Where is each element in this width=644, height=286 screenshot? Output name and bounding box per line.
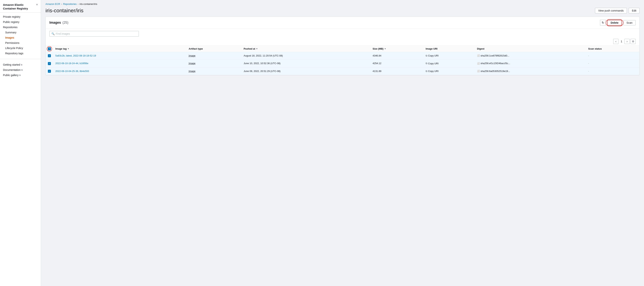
row-3-digest-cell: ⬜ sha256:6a053052519e19... (477, 70, 584, 73)
breadcrumb: Amazon ECR › Repositories › iris-contain… (41, 0, 644, 7)
sidebar-divider (0, 59, 41, 59)
row-2-checkbox-cell: ✓ (46, 60, 53, 68)
row-1-scan-status: - (586, 52, 640, 60)
select-all-checkbox[interactable]: ✓ (48, 47, 51, 50)
th-image-tag-sort[interactable]: Image tag ▼ (55, 47, 184, 50)
row-2-image-tag: 2022-06-10-18-24-44, b16f06e (53, 60, 186, 68)
row-1-image-uri: ⧉ Copy URI (423, 52, 475, 60)
images-panel: Images (25) ↻ Delete Scan 🔍 ‹ 1 › ⚙ (46, 17, 640, 75)
table-settings-button[interactable]: ⚙ (630, 39, 636, 44)
th-size-sort[interactable]: Size (MB) ▼ (372, 47, 421, 50)
row-2-pushed-at: June 10, 2022, 10:52:36 (UTC-08) (241, 60, 370, 68)
main-content: Amazon ECR › Repositories › iris-contain… (41, 0, 644, 286)
sidebar-item-images[interactable]: Images (0, 35, 41, 40)
th-image-tag: Image tag ▼ (53, 46, 186, 52)
search-input[interactable] (56, 32, 137, 35)
digest-icon: ⬜ (477, 62, 480, 65)
th-scan-status: Scan status (586, 46, 640, 52)
row-1-digest: ⬜ sha256:1ce878f82815d0... (475, 52, 586, 60)
images-panel-title: Images (25) (50, 21, 68, 25)
select-all-cell: ✓ (46, 46, 53, 52)
header-actions: View push commands Edit (595, 8, 640, 14)
breadcrumb-amazon-ecr[interactable]: Amazon ECR (46, 3, 60, 6)
page-title: iris-container/iris (46, 8, 84, 14)
th-size-mb: Size (MB) ▼ (370, 46, 423, 52)
search-row: 🔍 (46, 29, 639, 39)
row-3-copy-uri[interactable]: ⧉ Copy URI (426, 70, 472, 73)
th-artifact-type: Artifact type (186, 46, 242, 52)
row-3-image-tag: 2022-06-10-04-25-36, 8b4e593 (53, 67, 186, 75)
table-header-row: ✓ Image tag ▼ Artifact type (46, 46, 639, 52)
row-3-scan-status: - (586, 67, 640, 75)
sidebar-header: Amazon Elastic Container Registry × (0, 0, 41, 13)
table-row: ✓ 5a83c2b, latest, 2022-08-18-18-52-19 I… (46, 52, 639, 60)
row-1-image-tag: 5a83c2b, latest, 2022-08-18-18-52-19 (53, 52, 186, 60)
sidebar-item-public-registry[interactable]: Public registry (0, 19, 41, 25)
sidebar-item-permissions[interactable]: Permissions (0, 40, 41, 46)
external-link-icon: ⧉ (19, 74, 21, 76)
sidebar-nav: Private registry Public registry Reposit… (0, 13, 41, 57)
table-row: ✓ 2022-06-10-04-25-36, 8b4e593 Image Jun… (46, 67, 639, 75)
row-1-size: 4346.84 (370, 52, 423, 60)
images-panel-header: Images (25) ↻ Delete Scan (46, 17, 639, 29)
sidebar-item-summary[interactable]: Summary (0, 30, 41, 35)
breadcrumb-sep-1: › (61, 3, 62, 6)
copy-icon: ⧉ (426, 62, 427, 65)
pagination-row: ‹ 1 › ⚙ (46, 39, 639, 46)
row-1-copy-uri[interactable]: ⧉ Copy URI (426, 54, 472, 57)
prev-page-button[interactable]: ‹ (613, 39, 618, 44)
check-icon: ✓ (49, 62, 50, 65)
sort-icon: ▼ (68, 48, 69, 50)
next-page-button[interactable]: › (624, 39, 630, 44)
th-pushed-at-sort[interactable]: Pushed at ▼ (244, 47, 368, 50)
check-icon: ✓ (49, 48, 50, 50)
row-3-digest: ⬜ sha256:6a053052519e19... (475, 67, 586, 75)
sidebar-item-repository-tags[interactable]: Repository tags (0, 51, 41, 56)
row-3-size: 4131.89 (370, 67, 423, 75)
sidebar-close-button[interactable]: × (36, 3, 38, 6)
row-2-copy-uri[interactable]: ⧉ Copy URI (426, 62, 472, 65)
page-number: 1 (619, 39, 624, 44)
sort-icon-size: ▼ (384, 48, 386, 50)
row-3-image-tag-link[interactable]: 2022-06-10-04-25-36, 8b4e593 (55, 70, 89, 73)
view-push-commands-button[interactable]: View push commands (595, 8, 627, 14)
th-image-uri: Image URI (423, 46, 475, 52)
sidebar-item-private-registry[interactable]: Private registry (0, 14, 41, 19)
row-2-artifact-type: Image (186, 60, 242, 68)
search-box: 🔍 (50, 31, 139, 37)
row-1-pushed-at: August 18, 2022, 11:20:54 (UTC-08) (241, 52, 370, 60)
delete-button[interactable]: Delete (607, 20, 622, 26)
row-3-checkbox[interactable]: ✓ (48, 70, 51, 73)
sidebar-title: Amazon Elastic Container Registry (3, 3, 35, 10)
th-pushed-at: Pushed at ▼ (241, 46, 370, 52)
page-header: iris-container/iris View push commands E… (41, 7, 644, 17)
sidebar-item-lifecycle-policy[interactable]: Lifecycle Policy (0, 46, 41, 51)
images-panel-actions: ↻ Delete Scan (600, 20, 636, 26)
sidebar-item-getting-started[interactable]: Getting started ⧉ (0, 62, 41, 67)
sidebar-item-repositories[interactable]: Repositories (0, 25, 41, 30)
row-2-digest: ⬜ sha256:ef1c15f246accf3c... (475, 60, 586, 68)
row-2-checkbox[interactable]: ✓ (48, 62, 51, 65)
external-link-icon: ⧉ (21, 64, 22, 66)
row-1-digest-cell: ⬜ sha256:1ce878f82815d0... (477, 54, 584, 57)
table-row: ✓ 2022-06-10-18-24-44, b16f06e Image Jun… (46, 60, 639, 68)
breadcrumb-sep-2: › (78, 3, 78, 6)
digest-icon: ⬜ (477, 54, 480, 57)
row-2-size: 4254.12 (370, 60, 423, 68)
row-2-image-tag-link[interactable]: 2022-06-10-18-24-44, b16f06e (55, 62, 88, 65)
th-digest: Digest (475, 46, 586, 52)
breadcrumb-repositories[interactable]: Repositories (63, 3, 76, 6)
sidebar-item-documentation[interactable]: Documentation ⧉ (0, 67, 41, 73)
row-3-artifact-type: Image (186, 67, 242, 75)
row-1-image-tag-link[interactable]: 5a83c2b, latest, 2022-08-18-18-52-19 (55, 54, 96, 57)
external-link-icon: ⧉ (21, 69, 23, 71)
copy-icon: ⧉ (426, 54, 427, 57)
row-3-pushed-at: June 09, 2022, 20:51:29 (UTC-08) (241, 67, 370, 75)
scan-button[interactable]: Scan (623, 20, 636, 25)
row-1-artifact-type: Image (186, 52, 242, 60)
row-1-checkbox[interactable]: ✓ (48, 54, 51, 57)
refresh-button[interactable]: ↻ (600, 20, 606, 26)
sidebar-item-public-gallery[interactable]: Public gallery ⧉ (0, 73, 41, 78)
copy-icon: ⧉ (426, 70, 427, 73)
edit-button[interactable]: Edit (629, 8, 640, 14)
